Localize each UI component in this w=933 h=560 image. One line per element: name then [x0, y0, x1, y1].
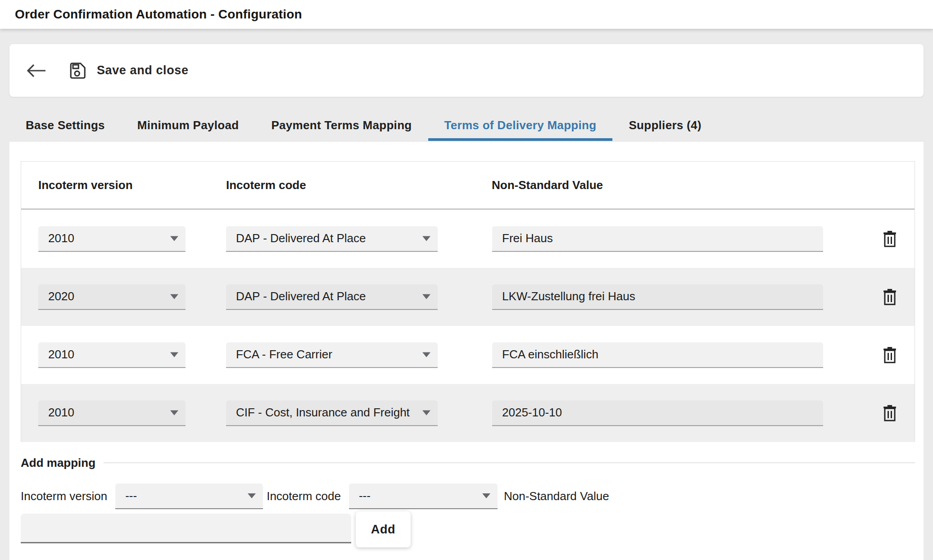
delete-row-button[interactable]: [879, 228, 900, 250]
back-button[interactable]: [26, 63, 47, 78]
incoterm-code-value: DAP - Delivered At Place: [236, 289, 418, 303]
incoterm-version-select[interactable]: 2010: [38, 226, 186, 252]
chevron-down-icon: [170, 411, 178, 415]
non-standard-value-text: 2025-10-10: [502, 406, 818, 420]
mapping-table: Incoterm version Incoterm code Non-Stand…: [21, 161, 915, 442]
tab-payment-terms-mapping[interactable]: Payment Terms Mapping: [255, 113, 428, 141]
incoterm-version-value: 2010: [48, 231, 166, 245]
table-row: 2010 FCA - Free Carrier FCA einschließli…: [21, 326, 915, 384]
chevron-down-icon: [422, 411, 430, 415]
chevron-down-icon: [170, 294, 178, 299]
divider: [104, 462, 915, 463]
chevron-down-icon: [170, 236, 178, 241]
add-non-standard-value-input[interactable]: [21, 514, 351, 543]
chevron-down-icon: [482, 493, 490, 498]
delete-row-button[interactable]: [879, 286, 900, 308]
incoterm-code-value: CIF - Cost, Insurance and Freight: [236, 406, 418, 420]
save-and-close-label: Save and close: [97, 63, 189, 77]
non-standard-value-input[interactable]: LKW-Zustellung frei Haus: [492, 284, 823, 310]
non-standard-value-input[interactable]: FCA einschließlich: [492, 342, 823, 368]
incoterm-version-value: 2010: [48, 348, 166, 361]
incoterm-version-select[interactable]: 2010: [38, 400, 186, 426]
column-header-incoterm-code: Incoterm code: [226, 178, 306, 192]
title-bar: Order Confirmation Automation - Configur…: [0, 0, 933, 29]
incoterm-code-select[interactable]: DAP - Delivered At Place: [226, 284, 438, 310]
incoterm-version-value: 2020: [48, 289, 166, 303]
add-incoterm-code-select[interactable]: ---: [349, 483, 498, 509]
chevron-down-icon: [422, 236, 430, 241]
add-incoterm-version-value: ---: [125, 489, 243, 503]
tab-suppliers[interactable]: Suppliers (4): [612, 113, 717, 141]
chevron-down-icon: [422, 352, 430, 357]
column-header-non-standard-value: Non-Standard Value: [492, 178, 603, 192]
content-panel: Incoterm version Incoterm code Non-Stand…: [9, 142, 924, 560]
add-incoterm-code-value: ---: [359, 489, 478, 503]
incoterm-code-value: DAP - Delivered At Place: [236, 231, 418, 245]
incoterm-version-label: Incoterm version: [21, 489, 107, 503]
incoterm-code-select[interactable]: DAP - Delivered At Place: [226, 226, 438, 252]
delete-row-button[interactable]: [879, 402, 900, 425]
non-standard-value-text: FCA einschließlich: [502, 348, 818, 361]
incoterm-code-select[interactable]: FCA - Free Carrier: [226, 342, 438, 368]
non-standard-value-input[interactable]: 2025-10-10: [492, 400, 823, 426]
page-title: Order Confirmation Automation - Configur…: [15, 7, 302, 22]
incoterm-version-select[interactable]: 2020: [38, 284, 186, 310]
non-standard-value-text: Frei Haus: [502, 231, 818, 245]
add-button[interactable]: Add: [356, 511, 411, 547]
incoterm-code-label: Incoterm code: [267, 489, 341, 503]
add-incoterm-version-select[interactable]: ---: [115, 483, 263, 509]
trash-icon: [881, 230, 898, 248]
column-header-incoterm-version: Incoterm version: [38, 178, 133, 192]
trash-icon: [881, 346, 898, 365]
add-mapping-heading: Add mapping: [21, 456, 95, 470]
table-row: 2010 DAP - Delivered At Place Frei Haus: [21, 210, 915, 268]
trash-icon: [881, 288, 898, 307]
save-and-close-button[interactable]: Save and close: [67, 60, 189, 81]
tab-bar: Base Settings Minimum Payload Payment Te…: [9, 113, 718, 141]
non-standard-value-label: Non-Standard Value: [504, 489, 609, 503]
tab-base-settings[interactable]: Base Settings: [9, 113, 121, 141]
table-header-row: Incoterm version Incoterm code Non-Stand…: [21, 162, 915, 210]
table-row: 2010 CIF - Cost, Insurance and Freight 2…: [21, 384, 915, 442]
table-row: 2020 DAP - Delivered At Place LKW-Zustel…: [21, 268, 915, 326]
incoterm-code-select[interactable]: CIF - Cost, Insurance and Freight: [226, 400, 438, 426]
add-mapping-form-row: Incoterm version --- Incoterm code --- N…: [21, 483, 609, 510]
incoterm-version-value: 2010: [48, 406, 166, 420]
back-arrow-icon: [26, 63, 47, 78]
trash-icon: [881, 404, 898, 423]
incoterm-code-value: FCA - Free Carrier: [236, 348, 418, 361]
chevron-down-icon: [170, 352, 178, 357]
save-icon: [67, 60, 88, 81]
tab-minimum-payload[interactable]: Minimum Payload: [121, 113, 255, 141]
tab-terms-of-delivery-mapping[interactable]: Terms of Delivery Mapping: [428, 113, 613, 141]
add-mapping-section-header: Add mapping: [21, 454, 915, 472]
chevron-down-icon: [422, 294, 430, 299]
chevron-down-icon: [248, 493, 256, 498]
non-standard-value-input[interactable]: Frei Haus: [492, 226, 823, 252]
non-standard-value-text: LKW-Zustellung frei Haus: [502, 289, 818, 303]
delete-row-button[interactable]: [879, 344, 900, 366]
toolbar: Save and close: [9, 44, 924, 97]
incoterm-version-select[interactable]: 2010: [38, 342, 186, 368]
